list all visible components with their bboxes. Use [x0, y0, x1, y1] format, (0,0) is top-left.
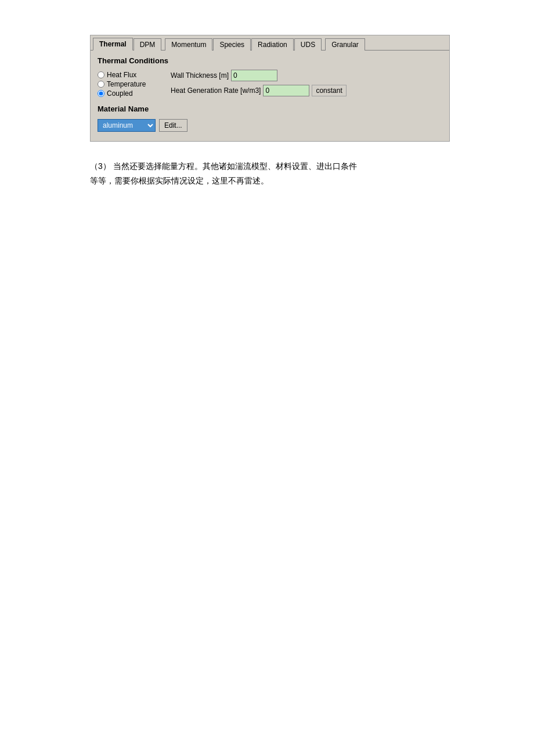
para-prefix: （3） — [90, 161, 111, 171]
radio-coupled-input[interactable] — [98, 90, 104, 97]
material-row: aluminum Edit... — [98, 119, 442, 132]
radio-heat-flux-input[interactable] — [98, 71, 104, 78]
radio-coupled-label: Coupled — [107, 89, 133, 98]
page-content: Thermal DPM Momentum Species Radiation U… — [0, 35, 534, 188]
heat-gen-suffix: constant — [312, 85, 346, 96]
radio-temperature-input[interactable] — [98, 81, 104, 88]
wall-thickness-row: Wall Thickness [m] — [171, 70, 442, 81]
section-title: Thermal Conditions — [98, 56, 442, 65]
tab-bar: Thermal DPM Momentum Species Radiation U… — [91, 35, 449, 51]
edit-button[interactable]: Edit... — [159, 119, 187, 132]
material-label: Material Name — [98, 105, 442, 113]
tab-dpm[interactable]: DPM — [134, 38, 162, 51]
thermal-layout: Heat Flux Temperature Coupled Wall Thick… — [98, 70, 442, 98]
para-line1: 当然还要选择能量方程。其他诸如湍流模型、材料设置、进出口条件 — [113, 161, 357, 171]
heat-gen-input[interactable] — [263, 85, 309, 96]
heat-gen-row: Heat Generation Rate [w/m3] constant — [171, 85, 442, 96]
radio-heat-flux-label: Heat Flux — [107, 71, 136, 79]
fields-col: Wall Thickness [m] Heat Generation Rate … — [171, 70, 442, 98]
tab-granular[interactable]: Granular — [325, 38, 365, 51]
paragraph: （3） 当然还要选择能量方程。其他诸如湍流模型、材料设置、进出口条件 等等，需要… — [90, 159, 357, 188]
dialog-panel: Thermal DPM Momentum Species Radiation U… — [90, 35, 450, 142]
tab-radiation[interactable]: Radiation — [251, 38, 294, 51]
panel-body: Thermal Conditions Heat Flux Temperature… — [91, 51, 449, 141]
material-select[interactable]: aluminum — [98, 119, 156, 132]
material-name-section: Material Name aluminum Edit... — [98, 105, 442, 132]
wall-thickness-label: Wall Thickness [m] — [171, 71, 229, 80]
tab-species[interactable]: Species — [213, 38, 251, 51]
radio-heat-flux[interactable]: Heat Flux — [98, 71, 161, 79]
tab-uds[interactable]: UDS — [294, 38, 322, 51]
tab-thermal[interactable]: Thermal — [93, 38, 133, 51]
tab-momentum[interactable]: Momentum — [165, 38, 212, 51]
radio-coupled[interactable]: Coupled — [98, 89, 161, 98]
para-line2: 等等，需要你根据实际情况设定，这里不再雷述。 — [90, 176, 269, 185]
radio-group: Heat Flux Temperature Coupled — [98, 70, 161, 98]
radio-temperature[interactable]: Temperature — [98, 80, 161, 88]
heat-gen-label: Heat Generation Rate [w/m3] — [171, 87, 261, 95]
wall-thickness-input[interactable] — [231, 70, 277, 81]
radio-temperature-label: Temperature — [107, 80, 146, 88]
